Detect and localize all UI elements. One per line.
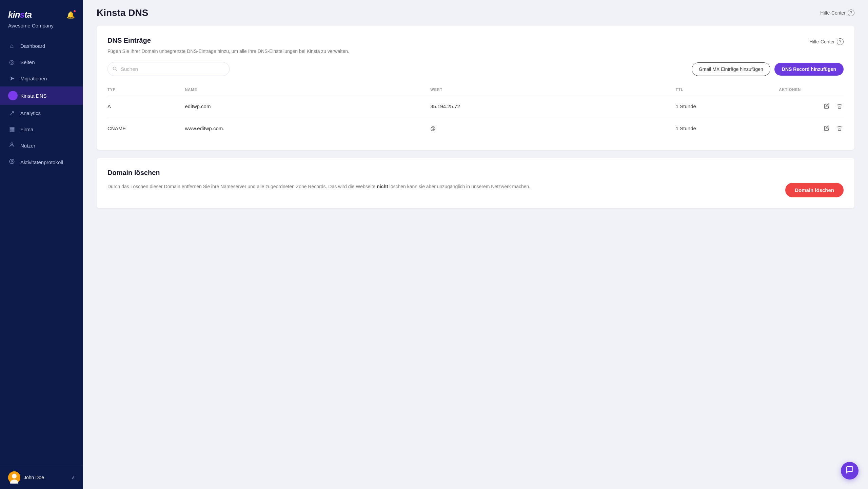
row-action-icons — [779, 124, 844, 132]
dns-card-description: Fügen Sie Ihrer Domain unbegrenzte DNS-E… — [107, 48, 844, 54]
dns-table: TYP NAME WERT TTL AKTIONEN A editwp.com … — [107, 84, 844, 139]
cell-typ: A — [107, 95, 185, 117]
help-circle-icon: ? — [848, 9, 854, 16]
svg-line-7 — [116, 70, 117, 71]
firma-icon: ▦ — [8, 125, 16, 133]
cell-typ: CNAME — [107, 117, 185, 139]
cell-actions — [779, 117, 844, 139]
notification-dot — [73, 9, 76, 13]
svg-point-1 — [9, 159, 14, 164]
analytics-icon: ↗ — [8, 109, 16, 117]
sidebar-item-kinsta-dns[interactable]: ◉ Kinsta DNS — [0, 86, 83, 105]
migrationen-icon: ➤ — [8, 75, 16, 82]
cell-actions — [779, 95, 844, 117]
cell-ttl: 1 Stunde — [676, 95, 779, 117]
col-header-wert: WERT — [430, 84, 676, 95]
delete-card-body: Durch das Löschen dieser Domain entferne… — [107, 183, 844, 197]
dashboard-icon: ⌂ — [8, 42, 16, 50]
edit-record-button[interactable] — [823, 102, 831, 110]
cell-name: editwp.com — [185, 95, 431, 117]
delete-desc-after: löschen kann sie aber unzugänglich in un… — [388, 184, 530, 189]
col-header-typ: TYP — [107, 84, 185, 95]
avatar — [8, 471, 20, 484]
cell-name: www.editwp.com. — [185, 117, 431, 139]
sidebar-item-dashboard[interactable]: ⌂ Dashboard — [0, 38, 83, 54]
brand-logo: kinsta — [8, 9, 32, 20]
sidebar-item-nutzer[interactable]: Nutzer — [0, 137, 83, 154]
chevron-up-icon[interactable]: ∧ — [72, 475, 75, 480]
sidebar-item-label: Analytics — [20, 110, 41, 116]
active-indicator: ◉ — [8, 91, 18, 100]
chat-icon — [846, 466, 854, 476]
cell-wert: @ — [430, 117, 676, 139]
gmail-mx-button[interactable]: Gmail MX Einträge hinzufügen — [692, 62, 770, 76]
sidebar-item-migrationen[interactable]: ➤ Migrationen — [0, 70, 83, 86]
svg-point-6 — [113, 67, 116, 70]
content-area: DNS Einträge Hilfe-Center ? Fügen Sie Ih… — [83, 26, 868, 489]
notification-bell[interactable]: 🔔 — [66, 11, 75, 19]
search-icon — [112, 66, 117, 72]
sidebar-item-label: Seiten — [20, 59, 35, 65]
dns-help-icon: ? — [837, 38, 844, 45]
col-header-aktionen: AKTIONEN — [779, 84, 844, 95]
add-dns-record-button[interactable]: DNS Record hinzufügen — [774, 63, 844, 76]
sidebar-item-aktivitaet[interactable]: Aktivitätenprotokoll — [0, 154, 83, 171]
search-wrap — [107, 62, 230, 76]
domain-delete-button[interactable]: Domain löschen — [785, 183, 844, 197]
user-name: John Doe — [24, 475, 44, 480]
chat-fab-button[interactable] — [841, 462, 859, 480]
dns-card-header: DNS Einträge Hilfe-Center ? — [107, 37, 844, 46]
sidebar-item-firma[interactable]: ▦ Firma — [0, 121, 83, 137]
svg-point-4 — [12, 474, 17, 478]
edit-record-button[interactable] — [823, 124, 831, 132]
search-input[interactable] — [107, 62, 230, 76]
dns-button-group: Gmail MX Einträge hinzufügen DNS Record … — [692, 62, 844, 76]
delete-record-button[interactable] — [835, 102, 844, 110]
help-center-top-button[interactable]: Hilfe-Center ? — [820, 9, 854, 16]
delete-card-text: Durch das Löschen dieser Domain entferne… — [107, 183, 772, 190]
user-info: John Doe — [8, 471, 44, 484]
sidebar-item-label: Kinsta DNS — [20, 93, 47, 99]
dns-entries-card: DNS Einträge Hilfe-Center ? Fügen Sie Ih… — [97, 26, 854, 150]
cell-ttl: 1 Stunde — [676, 117, 779, 139]
svg-point-0 — [11, 143, 13, 145]
sidebar: kinsta 🔔 Awesome Company ⌂ Dashboard ◎ S… — [0, 0, 83, 489]
row-action-icons — [779, 102, 844, 110]
company-name: Awesome Company — [0, 20, 83, 35]
sidebar-logo: kinsta 🔔 — [0, 0, 83, 20]
delete-card-title: Domain löschen — [107, 169, 844, 177]
seiten-icon: ◎ — [8, 58, 16, 66]
main-content: Kinsta DNS Hilfe-Center ? DNS Einträge H… — [83, 0, 868, 489]
top-bar: Kinsta DNS Hilfe-Center ? — [83, 0, 868, 26]
sidebar-nav: ⌂ Dashboard ◎ Seiten ➤ Migrationen ◉ Kin… — [0, 35, 83, 466]
delete-record-button[interactable] — [835, 124, 844, 132]
help-center-top-label: Hilfe-Center — [820, 10, 846, 16]
sidebar-item-analytics[interactable]: ↗ Analytics — [0, 105, 83, 121]
dns-card-title: DNS Einträge — [107, 37, 151, 44]
dns-actions-row: Gmail MX Einträge hinzufügen DNS Record … — [107, 62, 844, 76]
cell-wert: 35.194.25.72 — [430, 95, 676, 117]
sidebar-item-label: Dashboard — [20, 43, 45, 49]
kinsta-dns-icon: ◉ — [8, 91, 16, 100]
nutzer-icon — [8, 142, 16, 150]
dns-help-center-button[interactable]: Hilfe-Center ? — [809, 38, 844, 45]
delete-card-description: Durch das Löschen dieser Domain entferne… — [107, 183, 772, 190]
page-title: Kinsta DNS — [97, 7, 148, 18]
table-row: CNAME www.editwp.com. @ 1 Stunde — [107, 117, 844, 139]
svg-point-2 — [11, 161, 13, 162]
sidebar-item-label: Aktivitätenprotokoll — [20, 159, 63, 165]
sidebar-item-seiten[interactable]: ◎ Seiten — [0, 54, 83, 70]
dns-table-body: A editwp.com 35.194.25.72 1 Stunde — [107, 95, 844, 139]
col-header-ttl: TTL — [676, 84, 779, 95]
delete-desc-bold: nicht — [377, 184, 388, 189]
aktivitaet-icon — [8, 158, 16, 166]
table-row: A editwp.com 35.194.25.72 1 Stunde — [107, 95, 844, 117]
dns-help-label: Hilfe-Center — [809, 39, 835, 44]
sidebar-item-label: Nutzer — [20, 143, 35, 149]
delete-card-inner: Durch das Löschen dieser Domain entferne… — [107, 183, 844, 197]
sidebar-item-label: Firma — [20, 126, 33, 132]
col-header-name: NAME — [185, 84, 431, 95]
domain-delete-card: Domain löschen Durch das Löschen dieser … — [97, 158, 854, 208]
dns-table-head: TYP NAME WERT TTL AKTIONEN — [107, 84, 844, 95]
sidebar-item-label: Migrationen — [20, 76, 47, 81]
